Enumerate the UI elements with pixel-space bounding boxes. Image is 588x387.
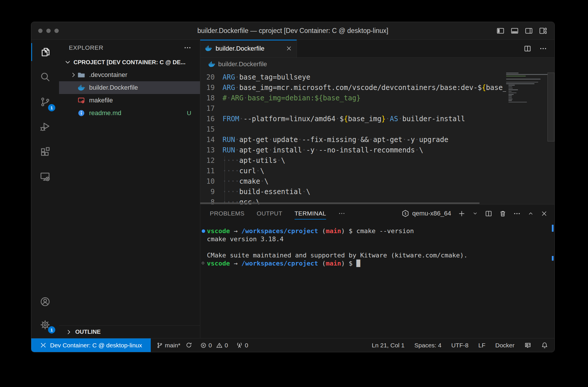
tree-item-builder-dockerfile[interactable]: builder.Dockerfile — [59, 81, 200, 94]
close-tab-icon[interactable] — [286, 45, 292, 51]
code-line[interactable]: 17 — [200, 103, 506, 114]
tab-terminal[interactable]: TERMINAL — [295, 204, 326, 222]
eol-sequence[interactable]: LF — [478, 342, 486, 349]
problems-status[interactable]: 0 0 — [200, 342, 228, 349]
sidebar-title: EXPLORER — [69, 44, 103, 51]
activity-remote-explorer[interactable] — [31, 164, 59, 189]
warning-icon — [216, 342, 223, 349]
activity-accounts[interactable] — [31, 290, 59, 313]
tab-builder-dockerfile[interactable]: builder.Dockerfile — [200, 40, 297, 57]
terminal-overview-mark — [552, 225, 554, 232]
minimize-window-button[interactable] — [46, 29, 51, 33]
split-editor-icon[interactable] — [524, 45, 531, 52]
terminal-profile[interactable]: $ qemu-x86_64 — [402, 210, 451, 217]
feedback-icon[interactable] — [524, 342, 531, 349]
editor-horizontal-scrollbar[interactable] — [200, 202, 479, 204]
toggle-panel-icon[interactable] — [511, 27, 519, 35]
tree-item-devcontainer[interactable]: .devcontainer — [59, 69, 200, 81]
cursor-position[interactable]: Ln 21, Col 1 — [372, 342, 405, 349]
activity-explorer[interactable] — [31, 40, 59, 64]
code-line[interactable]: 18#·ARG·base_img=debian:${base_tag} — [200, 93, 506, 103]
minimap-line — [508, 86, 512, 87]
close-panel-icon[interactable] — [541, 210, 547, 217]
code-line[interactable]: 16FROM·--platform=linux/amd64·${base_img… — [200, 114, 506, 124]
ports-status[interactable]: 0 — [236, 342, 248, 349]
minimap-line — [506, 74, 547, 75]
activity-settings[interactable]: 1 — [31, 313, 59, 336]
code-line[interactable]: 9····build-essential·\ — [200, 187, 506, 197]
code-line[interactable]: 15 — [200, 124, 506, 134]
command-decoration-icon[interactable] — [202, 262, 204, 264]
code-editor[interactable]: 20ARG·base_tag=bullseye19ARG·base_img=mc… — [200, 71, 554, 204]
activity-run-debug[interactable] — [31, 114, 59, 139]
toggle-secondary-sidebar-icon[interactable] — [525, 27, 533, 35]
tree-item-readme[interactable]: readme.md U — [59, 107, 200, 119]
extensions-icon — [40, 146, 50, 157]
title-bar: builder.Dockerfile — cproject [Dev Conta… — [31, 22, 554, 39]
code-line[interactable]: 10····cmake·\ — [200, 176, 506, 187]
explorer-more-actions-icon[interactable] — [184, 44, 191, 51]
customize-layout-icon[interactable] — [539, 27, 547, 35]
minimap[interactable] — [506, 73, 547, 204]
git-branch-status[interactable]: main* — [157, 342, 192, 349]
panel-more-actions-icon[interactable] — [513, 210, 521, 217]
zoom-window-button[interactable] — [54, 29, 59, 33]
close-window-button[interactable] — [38, 29, 43, 33]
code-line[interactable]: 11····curl·\ — [200, 166, 506, 176]
terminal-output[interactable]: vscode → /workspaces/cproject (main) $ c… — [200, 222, 554, 338]
language-mode[interactable]: Docker — [495, 342, 514, 349]
remote-icon — [40, 342, 47, 349]
git-branch-icon — [157, 342, 163, 349]
terminal-line: vscode → /workspaces/cproject (main) $ █ — [207, 259, 554, 268]
maximize-panel-icon[interactable] — [528, 210, 534, 217]
minimap-line — [508, 89, 518, 90]
code-line[interactable]: 12····apt-utils·\ — [200, 155, 506, 166]
error-icon — [200, 342, 207, 349]
minimap-line — [506, 73, 519, 73]
account-icon — [40, 296, 50, 307]
kill-terminal-icon[interactable] — [499, 210, 506, 217]
folder-icon — [78, 71, 85, 79]
command-decoration-icon[interactable] — [202, 229, 205, 233]
search-icon — [40, 72, 50, 82]
minimap-line — [508, 100, 512, 101]
chevron-right-icon — [65, 329, 72, 336]
svg-text:$: $ — [405, 211, 407, 215]
tree-item-makefile[interactable]: makefile — [59, 94, 200, 107]
panel-more-tabs-icon[interactable] — [338, 204, 345, 222]
terminal-line — [207, 243, 554, 251]
activity-bar: 1 — [31, 40, 59, 338]
chevron-down-icon — [64, 59, 71, 66]
editor-tab-bar: builder.Dockerfile — [200, 40, 554, 58]
breadcrumb[interactable]: builder.Dockerfile — [200, 58, 554, 71]
tab-problems[interactable]: PROBLEMS — [210, 204, 245, 222]
notifications-bell-icon[interactable] — [541, 342, 548, 349]
terminal-launch-dropdown-icon[interactable] — [472, 211, 478, 216]
editor-more-actions-icon[interactable] — [539, 45, 547, 52]
code-line[interactable]: 13RUN·apt-get·install·-y·--no-install-re… — [200, 145, 506, 155]
editor-vertical-scrollbar[interactable] — [547, 73, 554, 141]
indentation[interactable]: Spaces: 4 — [414, 342, 441, 349]
tab-output[interactable]: OUTPUT — [257, 204, 282, 222]
encoding[interactable]: UTF-8 — [451, 342, 468, 349]
remote-indicator[interactable]: Dev Container: C @ desktop-linux — [31, 338, 151, 352]
activity-source-control[interactable]: 1 — [31, 89, 59, 114]
terminal-line: CMake suite maintained and supported by … — [207, 251, 554, 259]
code-line[interactable]: 20ARG·base_tag=bullseye — [200, 72, 506, 82]
minimap-line — [506, 82, 538, 83]
sync-icon[interactable] — [185, 342, 192, 349]
toggle-primary-sidebar-icon[interactable] — [497, 27, 504, 35]
outline-section-header[interactable]: OUTLINE — [59, 325, 200, 338]
minimap-line — [506, 76, 526, 77]
activity-search[interactable] — [31, 64, 59, 89]
minimap-line — [508, 88, 513, 89]
minimap-line — [508, 91, 512, 92]
activity-extensions[interactable] — [31, 139, 59, 164]
workspace-section-header[interactable]: CPROJECT [DEV CONTAINER: C @ DE... — [59, 56, 200, 69]
new-terminal-icon[interactable] — [458, 210, 465, 217]
split-terminal-icon[interactable] — [485, 210, 492, 217]
code-line[interactable]: 19ARG·base_img=mcr.microsoft.com/vscode/… — [200, 82, 506, 93]
code-line[interactable]: 14RUN·apt-get·update·--fix-missing·&&·ap… — [200, 134, 506, 145]
bottom-panel: PROBLEMS OUTPUT TERMINAL $ — [200, 204, 554, 338]
minimap-line — [506, 79, 541, 80]
